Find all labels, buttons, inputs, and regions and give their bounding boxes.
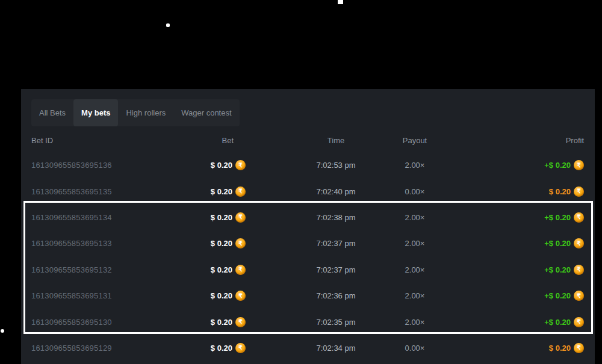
- table-row[interactable]: 161309655853695130$ 0.20₹7:02:35 pm2.00×…: [21, 309, 595, 335]
- tab-my-bets[interactable]: My bets: [73, 99, 118, 126]
- column-header-profit: Profit: [566, 131, 584, 149]
- rupee-coin-icon: ₹: [574, 238, 584, 248]
- rupee-symbol: ₹: [577, 293, 580, 299]
- bet-profit-cell: +$ 0.20₹: [544, 152, 584, 178]
- table-row[interactable]: 161309655853695132$ 0.20₹7:02:37 pm2.00×…: [21, 257, 595, 283]
- rupee-symbol: ₹: [238, 241, 242, 247]
- rupee-coin-icon: ₹: [235, 187, 246, 197]
- bet-payout: 0.00×: [355, 335, 475, 361]
- rupee-symbol: ₹: [238, 293, 242, 299]
- rupee-symbol: ₹: [238, 188, 242, 194]
- rupee-coin-icon: ₹: [235, 343, 246, 353]
- bet-tabs: All BetsMy betsHigh rollersWager contest: [31, 99, 240, 126]
- rupee-coin-icon: ₹: [574, 343, 584, 353]
- bet-amount-cell: $ 0.20₹: [21, 178, 246, 204]
- bet-profit-cell: $ 0.20₹: [549, 178, 584, 204]
- rupee-coin-icon: ₹: [574, 187, 584, 197]
- artifact-mark-bottom-left: [1, 329, 4, 333]
- bet-profit: +$ 0.20: [544, 161, 571, 170]
- rupee-symbol: ₹: [577, 319, 580, 325]
- table-row[interactable]: 161309655853695135$ 0.20₹7:02:40 pm0.00×…: [21, 178, 595, 204]
- bet-payout: 2.00×: [355, 152, 475, 178]
- bet-amount-cell: $ 0.20₹: [21, 257, 246, 283]
- bet-profit-cell: +$ 0.20₹: [544, 283, 584, 309]
- bet-payout: 0.00×: [355, 178, 475, 204]
- table-row[interactable]: 161309655853695133$ 0.20₹7:02:37 pm2.00×…: [21, 230, 595, 256]
- bet-profit: +$ 0.20: [544, 239, 571, 248]
- rupee-symbol: ₹: [577, 241, 580, 247]
- rupee-coin-icon: ₹: [574, 265, 584, 275]
- bet-profit-cell: $ 0.20₹: [549, 335, 584, 361]
- bet-amount: $ 0.20: [211, 265, 232, 274]
- bet-payout: 2.00×: [355, 205, 475, 230]
- bet-payout: 2.00×: [355, 309, 475, 335]
- bet-history-panel: All BetsMy betsHigh rollersWager contest…: [21, 89, 595, 364]
- rupee-symbol: ₹: [238, 345, 242, 351]
- table-row[interactable]: 161309655853695136$ 0.20₹7:02:53 pm2.00×…: [21, 152, 595, 178]
- tab-high-rollers[interactable]: High rollers: [118, 99, 173, 126]
- bet-amount: $ 0.20: [211, 239, 232, 248]
- rupee-coin-icon: ₹: [235, 265, 246, 275]
- bet-amount: $ 0.20: [211, 187, 232, 196]
- rupee-coin-icon: ₹: [574, 212, 584, 223]
- tab-wager-contest[interactable]: Wager contest: [173, 99, 239, 126]
- bet-amount: $ 0.20: [211, 213, 232, 222]
- screenshot-root: All BetsMy betsHigh rollersWager contest…: [0, 0, 602, 364]
- bet-profit: $ 0.20: [549, 344, 571, 353]
- bet-profit: +$ 0.20: [544, 318, 571, 327]
- rupee-symbol: ₹: [577, 188, 580, 194]
- bet-profit: +$ 0.20: [544, 213, 571, 222]
- bet-amount: $ 0.20: [211, 161, 232, 170]
- artifact-mark-top: [338, 0, 343, 4]
- rupee-coin-icon: ₹: [574, 317, 584, 327]
- rupee-coin-icon: ₹: [235, 317, 246, 327]
- rupee-symbol: ₹: [238, 267, 242, 273]
- bet-amount-cell: $ 0.20₹: [21, 283, 246, 309]
- rupee-coin-icon: ₹: [235, 238, 246, 248]
- rupee-symbol: ₹: [577, 267, 580, 273]
- bet-payout: 2.00×: [355, 257, 475, 283]
- bet-payout: 2.00×: [355, 230, 475, 256]
- table-row[interactable]: 161309655853695129$ 0.20₹7:02:34 pm0.00×…: [21, 335, 595, 361]
- rupee-symbol: ₹: [238, 162, 242, 168]
- rupee-symbol: ₹: [238, 319, 242, 325]
- tab-all-bets[interactable]: All Bets: [31, 99, 73, 126]
- rupee-symbol: ₹: [238, 214, 242, 220]
- bet-profit-cell: +$ 0.20₹: [544, 257, 584, 283]
- bet-profit-cell: +$ 0.20₹: [544, 230, 584, 256]
- bet-profit: $ 0.20: [549, 187, 571, 196]
- column-header-payout: Payout: [355, 131, 475, 149]
- rupee-coin-icon: ₹: [235, 212, 246, 223]
- table-header: Bet ID Bet Time Payout Profit: [21, 131, 595, 149]
- bet-amount-cell: $ 0.20₹: [21, 205, 246, 230]
- bet-amount-cell: $ 0.20₹: [21, 230, 246, 256]
- bet-amount-cell: $ 0.20₹: [21, 335, 246, 361]
- rupee-coin-icon: ₹: [235, 160, 246, 170]
- table-body: 161309655853695136$ 0.20₹7:02:53 pm2.00×…: [21, 152, 595, 361]
- rupee-symbol: ₹: [577, 214, 580, 220]
- bet-profit: +$ 0.20: [544, 291, 571, 300]
- artifact-mark-upper-left: [166, 23, 170, 27]
- rupee-symbol: ₹: [577, 162, 580, 168]
- bet-payout: 2.00×: [355, 283, 475, 309]
- rupee-coin-icon: ₹: [574, 291, 584, 301]
- bet-amount-cell: $ 0.20₹: [21, 152, 246, 178]
- bet-profit: +$ 0.20: [544, 265, 571, 274]
- bet-amount-cell: $ 0.20₹: [21, 309, 246, 335]
- bet-profit-cell: +$ 0.20₹: [544, 309, 584, 335]
- bet-amount: $ 0.20: [211, 344, 232, 353]
- table-row[interactable]: 161309655853695131$ 0.20₹7:02:36 pm2.00×…: [21, 283, 595, 309]
- table-row[interactable]: 161309655853695134$ 0.20₹7:02:38 pm2.00×…: [21, 205, 595, 230]
- column-header-bet: Bet: [21, 131, 246, 149]
- bet-profit-cell: +$ 0.20₹: [544, 205, 584, 230]
- bet-amount: $ 0.20: [211, 291, 232, 300]
- bet-amount: $ 0.20: [211, 318, 232, 327]
- rupee-coin-icon: ₹: [574, 160, 584, 170]
- rupee-symbol: ₹: [577, 345, 580, 351]
- rupee-coin-icon: ₹: [235, 291, 246, 301]
